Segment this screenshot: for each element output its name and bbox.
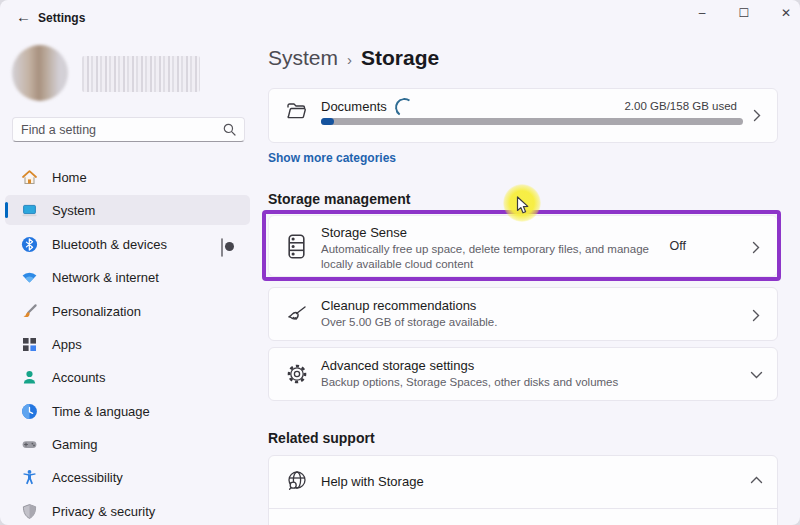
advanced-title: Advanced storage settings — [321, 358, 474, 373]
sidebar-item-label: Network & internet — [52, 270, 159, 285]
sidebar-item-privacy-security[interactable]: Privacy & security — [5, 496, 250, 525]
gear-icon — [285, 362, 309, 390]
sidebar-item-label: Privacy & security — [52, 504, 155, 519]
sidebar-item-accounts[interactable]: Accounts — [5, 362, 250, 392]
sidebar-item-label: Home — [52, 170, 87, 185]
breadcrumb: System › Storage — [268, 46, 439, 70]
sidebar-item-accessibility[interactable]: Accessibility — [5, 462, 250, 492]
help-with-storage-card[interactable]: Help with Storage — [268, 455, 778, 525]
storage-sense-card[interactable]: Storage Sense Automatically free up spac… — [268, 215, 778, 277]
sidebar-item-label: Accessibility — [52, 470, 123, 485]
sidebar-item-label: Personalization — [52, 304, 141, 319]
close-button[interactable]: ✕ — [766, 0, 800, 26]
sidebar-item-gaming[interactable]: Gaming — [5, 429, 250, 459]
cleanup-description: Over 5.00 GB of storage available. — [321, 315, 497, 330]
chevron-right-icon — [753, 109, 761, 122]
loading-spinner-icon — [393, 96, 415, 118]
show-more-categories-link[interactable]: Show more categories — [268, 151, 396, 165]
breadcrumb-system[interactable]: System — [268, 46, 338, 70]
selected-indicator — [5, 202, 8, 218]
sidebar-item-apps[interactable]: Apps — [5, 329, 250, 359]
sidebar-item-time-language[interactable]: Time & language — [5, 396, 250, 426]
settings-window: ← Settings – ☐ ✕ Find a setting HomeSyst… — [0, 0, 800, 525]
storage-progress-fill — [321, 118, 334, 125]
storage-sense-description: Automatically free up space, delete temp… — [321, 242, 673, 272]
broom-icon — [285, 302, 309, 330]
storage-sense-title: Storage Sense — [321, 225, 407, 240]
folder-icon — [285, 100, 308, 127]
sidebar-item-label: Apps — [52, 337, 82, 352]
accessibility-icon — [21, 469, 38, 486]
avatar[interactable] — [12, 45, 68, 101]
apps-icon — [21, 336, 38, 353]
system-icon — [21, 202, 38, 219]
sidebar-item-label: Bluetooth & devices — [52, 237, 167, 252]
sidebar-item-label: Gaming — [52, 437, 98, 452]
maximize-button[interactable]: ☐ — [724, 0, 764, 26]
card-divider — [269, 508, 777, 509]
toggle-state-label: Off — [670, 239, 686, 253]
bluetooth-devices-icon — [21, 236, 38, 253]
sidebar-item-home[interactable]: Home — [5, 162, 250, 192]
username-redacted — [82, 56, 200, 92]
cleanup-recommendations-card[interactable]: Cleanup recommendations Over 5.00 GB of … — [268, 287, 778, 341]
window-title: Settings — [38, 11, 85, 25]
sidebar-item-label: Time & language — [52, 404, 150, 419]
advanced-storage-settings-card[interactable]: Advanced storage settings Backup options… — [268, 347, 778, 401]
chevron-up-icon — [750, 476, 763, 484]
toggle-knob — [225, 242, 234, 251]
chevron-right-icon — [752, 309, 760, 322]
sidebar-item-label: Accounts — [52, 370, 105, 385]
storage-used-text: 2.00 GB/158 GB used — [624, 100, 737, 112]
storage-management-heading: Storage management — [268, 191, 410, 207]
storage-sense-toggle[interactable] — [221, 238, 223, 257]
help-title: Help with Storage — [321, 474, 424, 489]
storage-sense-icon — [286, 233, 307, 264]
related-support-heading: Related support — [268, 430, 375, 446]
gaming-icon — [21, 436, 38, 453]
sidebar-item-personalization[interactable]: Personalization — [5, 296, 250, 326]
mouse-cursor-icon — [516, 196, 531, 219]
chevron-down-icon — [750, 371, 763, 379]
sidebar-item-system[interactable]: System — [5, 195, 250, 225]
network-internet-icon — [21, 269, 38, 286]
time-language-icon — [21, 403, 38, 420]
accounts-icon — [21, 369, 38, 386]
back-button[interactable]: ← — [16, 8, 31, 25]
personalization-icon — [21, 303, 38, 320]
globe-search-icon — [285, 469, 309, 497]
documents-label: Documents — [321, 99, 387, 114]
page-title: Storage — [361, 46, 439, 70]
search-placeholder: Find a setting — [21, 123, 223, 137]
home-icon — [21, 169, 38, 186]
cleanup-title: Cleanup recommendations — [321, 298, 476, 313]
search-icon — [223, 123, 236, 136]
sidebar-item-network-internet[interactable]: Network & internet — [5, 262, 250, 292]
advanced-description: Backup options, Storage Spaces, other di… — [321, 375, 618, 390]
privacy-security-icon — [21, 503, 38, 520]
sidebar-item-bluetooth-devices[interactable]: Bluetooth & devices — [5, 229, 250, 259]
chevron-right-icon — [752, 241, 760, 254]
storage-progress-bar — [321, 118, 743, 125]
search-input[interactable]: Find a setting — [12, 117, 245, 142]
documents-usage-card[interactable]: Documents 2.00 GB/158 GB used — [268, 88, 778, 143]
sidebar-item-label: System — [52, 203, 95, 218]
breadcrumb-separator-icon: › — [338, 51, 361, 68]
minimize-button[interactable]: – — [682, 0, 722, 26]
